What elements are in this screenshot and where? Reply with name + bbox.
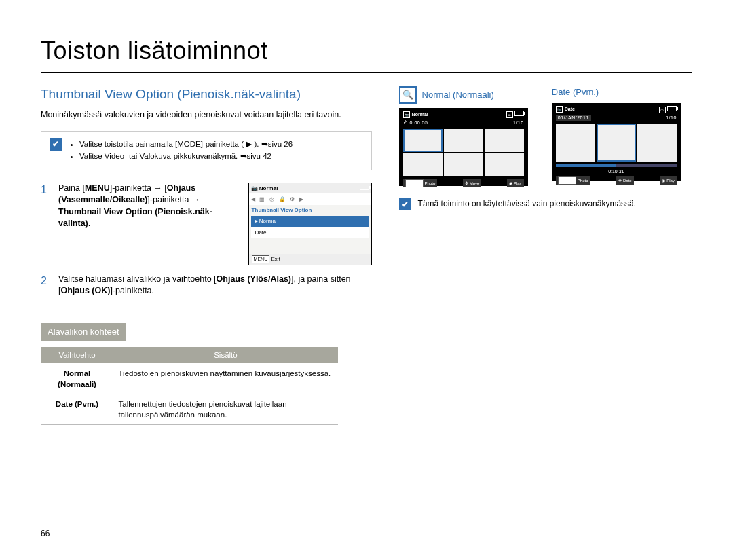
menu-item-selected: ▸ Normal [251, 216, 369, 226]
footer-zoom: ZOOM Photo [403, 179, 438, 187]
index-counter: 1/10 [666, 115, 677, 122]
menu-figure: 📷 Normal ◀ ▦ ◎ 🔒 ⚙ ▶ Thumbnail View Opti… [248, 183, 372, 265]
footer-move: ✥ Move [463, 179, 482, 187]
footer-zoom: ZOOM Photo [556, 176, 590, 185]
note-item: Valitse Video- tai Valokuva-pikkukuvanäk… [79, 151, 293, 162]
menu-footer: MENU Exit [249, 254, 371, 265]
mode-label-normal: Normal (Normaali) [422, 89, 517, 101]
table-cell-desc: Tallennettujen tiedostojen pienoiskuvat … [113, 394, 339, 425]
menu-figure-title: Thumbnail View Option [249, 205, 371, 215]
table-row: Normal (Normaali) Tiedostojen pienoiskuv… [41, 363, 339, 394]
time-counter: ⏱ 0:00:55 [403, 119, 428, 126]
date-banner: 01/JAN/2011 [556, 115, 591, 122]
menu-item: Date [251, 227, 369, 238]
index-counter: 1/10 [513, 119, 524, 126]
note-list: Valitse toistotila painamalla [MODE]-pai… [70, 138, 293, 163]
step-text: Valitse haluamasi alivalikko ja vaihtoeh… [58, 274, 372, 297]
table-row: Date (Pvm.) Tallennettujen tiedostojen p… [41, 394, 339, 425]
thumbnail-selected [403, 129, 443, 152]
thumbnail [485, 129, 524, 152]
options-table: Vaihtoehto Sisältö Normal (Normaali) Tie… [41, 346, 339, 425]
table-cell-desc: Tiedostojen pienoiskuvien näyttäminen ku… [113, 363, 339, 394]
mode-label-date: Date (Pvm.) [552, 86, 647, 98]
footer-play: ◉ Play [660, 176, 677, 185]
battery-icon [667, 106, 677, 111]
note-item: Valitse toistotila painamalla [MODE]-pai… [79, 138, 293, 149]
section-title: Toiston lisätoiminnot [41, 34, 692, 73]
tip-row: ✔ Tämä toiminto on käytettävissä vain pi… [399, 198, 692, 210]
scrubber-bar [556, 164, 677, 167]
thumbnail [485, 153, 524, 176]
camera-icon: 📷 [556, 106, 563, 113]
table-header-content: Sisältö [113, 346, 339, 363]
time-counter: 0:10:31 [555, 168, 678, 175]
step-number: 2 [41, 274, 50, 288]
step-2: 2 Valitse haluamasi alivalikko ja vaihto… [41, 274, 372, 297]
thumbnail [444, 129, 483, 152]
camera-icon: 📷 [251, 185, 258, 191]
thumbnail-selected [597, 124, 636, 162]
battery-icon [360, 185, 369, 190]
lcd-screen-normal: 📷 Normal ▭ ⏱ 0:00:55 1/10 [399, 108, 528, 186]
card-icon: ▭ [659, 107, 666, 113]
thumbnail [403, 153, 443, 176]
note-box: ✔ Valitse toistotila painamalla [MODE]-p… [41, 131, 372, 170]
zoom-icon: 🔍 [399, 86, 417, 104]
tip-text: Tämä toiminto on käytettävissä vain pien… [418, 198, 637, 210]
thumbnail [444, 153, 483, 176]
thumbnail [556, 124, 595, 162]
battery-icon [514, 111, 524, 116]
card-icon: ▭ [506, 111, 513, 118]
thumbnail [637, 124, 677, 162]
lcd-screen-date: 📷 Date ▭ 01/JAN/2011 1/10 [552, 103, 681, 181]
menu-tabs: ◀ ▦ ◎ 🔒 ⚙ ▶ [249, 193, 371, 205]
intro-paragraph: Moninäkymässä valokuvien ja videoiden pi… [41, 109, 372, 122]
check-icon: ✔ [399, 198, 411, 210]
step-text: Paina [MENU]-painiketta → [Ohjaus (Vasem… [58, 183, 240, 230]
table-cell-option: Normal (Normaali) [41, 363, 113, 394]
table-cell-option: Date (Pvm.) [41, 394, 113, 425]
thumbnail-grid [402, 128, 525, 178]
footer-date: ✥ Date [616, 176, 634, 185]
step-number: 1 [41, 183, 50, 198]
camera-icon: 📷 [403, 111, 410, 118]
table-header-option: Vaihtoehto [41, 346, 113, 363]
footer-play: ◉ Play [507, 179, 524, 187]
subhead-tag: Alavalikon kohteet [41, 323, 126, 341]
page-number: 66 [41, 528, 50, 540]
subsection-title: Thumbnail View Option (Pienoisk.näk-vali… [41, 86, 372, 102]
step-1: 1 Paina [MENU]-painiketta → [Ohjaus (Vas… [41, 183, 372, 265]
check-icon: ✔ [50, 138, 62, 151]
